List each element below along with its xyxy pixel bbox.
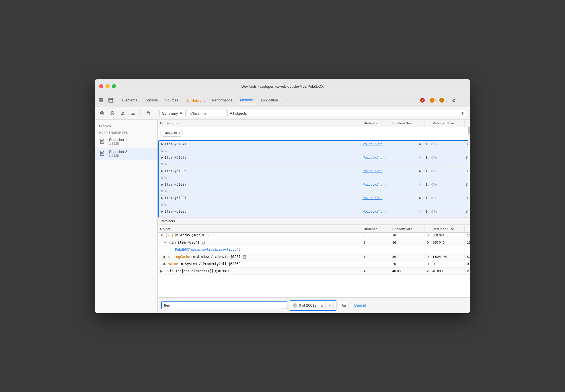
retainer-retained-pct-2 [465, 248, 470, 251]
tab-elements[interactable]: Elements [119, 97, 141, 104]
th-distance: Distance [361, 120, 390, 127]
row-link-4[interactable]: PoLdb0X?nocache=true&view=live:43 [360, 195, 389, 201]
record-button[interactable] [98, 109, 106, 117]
class-filter-input[interactable] [188, 110, 225, 117]
delete-button[interactable] [144, 109, 152, 117]
info-badge: ! 1 [439, 98, 447, 103]
tab-sources[interactable]: Sources [162, 97, 182, 104]
settings-icon[interactable]: ⚙ [450, 96, 458, 104]
row-link-2[interactable]: PoLdb0X?nocache=true&view=live:43 [360, 168, 389, 175]
selected-item-group: ▶ Item @61971 PoLdb0X?nocache=true&view=… [158, 140, 470, 217]
native-icon-3: □ [243, 255, 246, 259]
cursor-icon[interactable] [97, 96, 105, 104]
inspect-icon[interactable] [107, 96, 115, 104]
snapshot-item-2[interactable]: Snapshot 2 2.0 MB [95, 148, 157, 160]
retainers-label: Retainers [158, 217, 470, 225]
retainer-shallow-5: 40 008 [390, 268, 424, 274]
row-dist-5: 4 [389, 208, 423, 215]
all-objects-dropdown[interactable]: All objects ▼ [227, 110, 467, 117]
th-shallow-size: Shallow Size [390, 120, 424, 127]
error-badge: ✕ 5 [420, 98, 428, 103]
collapse-icon-0[interactable]: ▼ [160, 234, 163, 237]
cancel-search-button[interactable]: Cancel [351, 302, 369, 309]
scrollbar-track[interactable] [468, 120, 470, 217]
retainer-object-4: ▶ value in system / PropertyCell @62039 [158, 260, 361, 267]
retainer-object-0: ▼ [93] in Array @82719 □ [158, 232, 361, 239]
expand-icon-3[interactable]: ▶ [163, 255, 166, 258]
main-content: Profiles HEAP SNAPSHOTS Snapshot 1 1.3 M… [95, 120, 470, 313]
retainer-retained-4: 20 [430, 261, 465, 267]
close-button[interactable] [99, 84, 103, 88]
fullscreen-button[interactable] [112, 84, 116, 88]
row-dist-1: 4 [389, 154, 423, 161]
expand-arrow-2[interactable]: ▶ [161, 169, 163, 173]
expand-icon-4[interactable]: ▶ [163, 262, 166, 266]
row-retained-pct-1: 0 % [159, 161, 360, 167]
row-link-1[interactable]: PoLdb0X?nocache=true&view=live:43 [360, 154, 389, 161]
snapshot-item-1[interactable]: Snapshot 1 1.3 MB [95, 136, 157, 148]
snapshot-info-2: Snapshot 2 2.0 MB [109, 150, 153, 157]
row-link-5[interactable]: PoLdb0X?nocache=true&view=live:43 [360, 208, 389, 215]
tab-console[interactable]: Console [141, 97, 161, 104]
row-shallow-pct-1: 0 % [429, 154, 463, 161]
row-retained-pct-5: 0 % [159, 215, 360, 217]
constructor-row-4[interactable]: ▶ Item @61991 PoLdb0X?nocache=true&view=… [159, 195, 469, 208]
retainer-shallow-pct-2 [424, 248, 430, 251]
tab-performance[interactable]: Performance [209, 97, 236, 104]
retainer-dist-4: 3 [361, 261, 390, 267]
tab-application[interactable]: Application [257, 97, 281, 104]
clear-button[interactable] [108, 109, 116, 117]
expand-arrow-4[interactable]: ▶ [161, 196, 163, 199]
expand-arrow-0[interactable]: ▶ [161, 142, 163, 146]
expand-arrow-5[interactable]: ▶ [161, 210, 163, 213]
tabbar: Elements Console Sources ⚠ Network Perfo… [95, 94, 470, 107]
toolbar-divider-1 [141, 110, 141, 116]
row-retained-pct-0: 0 % [159, 148, 360, 154]
constructor-row-3[interactable]: ▶ Item @61987 PoLdb0X?nocache=true&view=… [159, 181, 469, 195]
tab-memory[interactable]: Memory [237, 96, 256, 104]
retainer-row-5: ▶ 93 in (object elements)[] @102681 4 40… [158, 268, 470, 275]
snapshot-icon-2 [99, 150, 106, 157]
row-name-5: ▶ Item @61995 [159, 208, 360, 215]
search-clear-icon[interactable]: ✕ [293, 303, 297, 308]
traffic-lights [99, 84, 116, 88]
expand-arrow-1[interactable]: ▶ [161, 156, 163, 159]
row-shallow-5: 16 [423, 208, 429, 215]
expand-arrow-3[interactable]: ▶ [161, 183, 163, 186]
minimize-button[interactable] [106, 84, 110, 88]
match-case-button[interactable]: Aa [339, 302, 348, 309]
show-all-button[interactable]: Show all 3 [160, 130, 183, 137]
download-button[interactable] [129, 109, 137, 117]
search-prev-button[interactable]: ∧ [318, 302, 326, 309]
retainer-retained-pct-1: 18 % [465, 239, 470, 246]
constructor-row-5[interactable]: ▶ Item @61995 PoLdb0X?nocache=true&view=… [159, 208, 469, 217]
row-name-3: ▶ Item @61987 [159, 181, 360, 188]
tab-more[interactable]: » [282, 97, 291, 104]
summary-dropdown[interactable]: Summary ▼ [159, 110, 186, 117]
constructor-row-2[interactable]: ▶ Item @61983 PoLdb0X?nocache=true&view=… [159, 168, 469, 181]
row-link-0[interactable]: PoLdb0X?nocache=true&view=live:43 [360, 141, 389, 148]
rth-shallow-pct [424, 226, 430, 232]
upload-button[interactable] [119, 109, 127, 117]
search-next-button[interactable]: ∨ [326, 302, 334, 309]
constructor-row-0[interactable]: ▶ Item @61971 PoLdb0X?nocache=true&view=… [159, 141, 469, 154]
row-dist-0: 4 [389, 141, 423, 148]
constructor-row-1[interactable]: ▶ Item @61979 PoLdb0X?nocache=true&view=… [159, 154, 469, 168]
row-dist-3: 4 [389, 181, 423, 188]
retainer-shallow-pct-1: 0 % [424, 239, 430, 246]
row-link-3[interactable]: PoLdb0X?nocache=true&view=live:43 [360, 181, 389, 188]
row-shallow-3: 16 [423, 181, 429, 188]
row-shallow-pct-5: 0 % [429, 208, 463, 215]
tab-network[interactable]: ⚠ Network [182, 97, 208, 104]
toolbar: Summary ▼ All objects ▼ [95, 107, 470, 120]
expand-icon-5[interactable]: ▶ [160, 269, 163, 273]
retainer-row-3: ▶ stringCache in Window / cdpn.io @6257 … [158, 253, 470, 260]
th-retained-size: Retained Size [430, 120, 465, 127]
tab-badges: ✕ 5 ! 6 ! 1 [420, 98, 447, 103]
row-name-0: ▶ Item @61971 [159, 141, 360, 148]
toolbar-divider-2 [156, 110, 156, 116]
collapse-icon-1[interactable]: ▼ [163, 241, 167, 244]
search-input[interactable] [164, 303, 285, 307]
constructor-rows: ▶ Item @61971 PoLdb0X?nocache=true&view=… [159, 141, 469, 217]
more-options-icon[interactable]: ⋮ [460, 96, 468, 104]
